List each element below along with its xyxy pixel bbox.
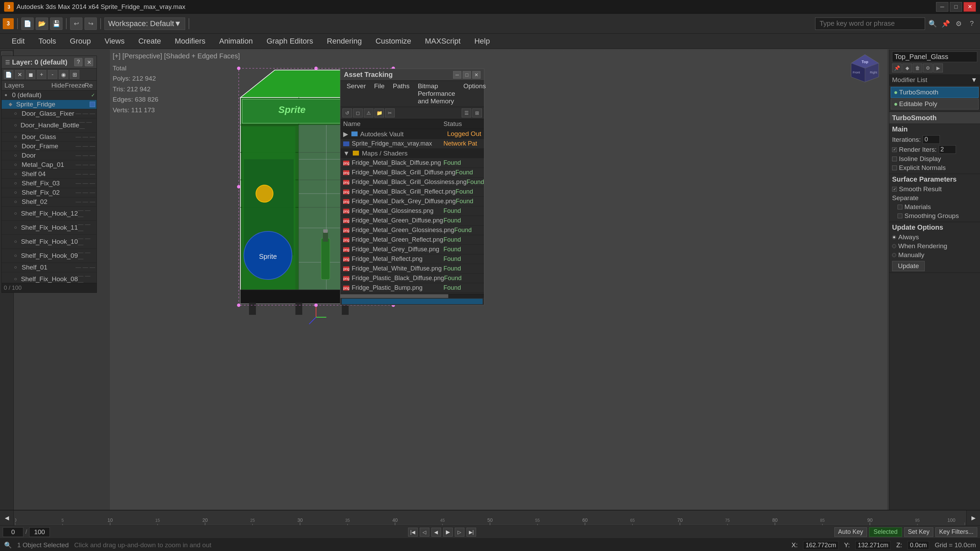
at-row-7[interactable]: pngFridge_Metal_Green_Glossiness.png Fou… bbox=[340, 225, 484, 235]
render-iters-input[interactable] bbox=[939, 145, 956, 154]
key-filters-btn[interactable]: Key Filters... bbox=[935, 527, 977, 537]
menu-customize[interactable]: Customize bbox=[369, 35, 417, 47]
help-button[interactable]: ? bbox=[966, 18, 977, 29]
at-refresh-btn[interactable]: ↺ bbox=[342, 108, 352, 118]
menu-graph-editors[interactable]: Graph Editors bbox=[260, 35, 320, 47]
play-back-btn[interactable]: ◀ bbox=[431, 528, 441, 537]
layers-highlight-btn[interactable]: ◉ bbox=[59, 70, 68, 79]
next-frame-btn[interactable]: ▶ bbox=[966, 510, 980, 525]
prev-frame-btn[interactable]: ◀ bbox=[0, 510, 14, 525]
search-input[interactable] bbox=[815, 17, 925, 30]
at-menu-bitmap[interactable]: Bitmap Performance and Memory bbox=[414, 81, 459, 106]
layer-item-shelf-hook-11[interactable]: ○ Shelf_Fix_Hook_11 — — — bbox=[2, 221, 97, 235]
update-button[interactable]: Update bbox=[892, 261, 925, 271]
materials-checkbox[interactable] bbox=[897, 205, 902, 210]
layer-item-shelf-hook-10[interactable]: ○ Shelf_Fix_Hook_10 — — — bbox=[2, 235, 97, 249]
viewport-3d[interactable]: [+] [Perspective] [Shaded + Edged Faces]… bbox=[110, 49, 887, 510]
remove-modifier-btn[interactable]: 🗑 bbox=[913, 64, 922, 72]
layer-item-door[interactable]: ○ Door — — — bbox=[2, 151, 97, 160]
at-view-list-btn[interactable]: ☰ bbox=[462, 108, 471, 118]
iterations-input[interactable] bbox=[923, 135, 940, 144]
layer-item-shelf-01[interactable]: ○ Shelf_01 — — — bbox=[2, 263, 97, 272]
at-maximize-btn[interactable]: □ bbox=[463, 71, 471, 79]
at-row-13[interactable]: pngFridge_Plastic_Bump.png Found bbox=[340, 283, 484, 293]
layer-item-default[interactable]: ● 0 (default) ✓ bbox=[2, 91, 97, 100]
layers-add-obj-btn[interactable]: + bbox=[37, 70, 46, 79]
config-sets-btn[interactable]: ⚙ bbox=[923, 64, 932, 72]
layers-new-btn[interactable]: 📄 bbox=[4, 70, 13, 79]
update-always-radio[interactable] bbox=[892, 235, 896, 239]
layer-item-shelf-hook-09[interactable]: ○ Shelf_Fix_Hook_09 — — — bbox=[2, 249, 97, 263]
at-menu-server[interactable]: Server bbox=[342, 81, 370, 106]
layer-item-shelf-fix-04[interactable]: ○ Shelf 04 — — — bbox=[2, 170, 97, 179]
asset-tracking-titlebar[interactable]: Asset Tracking ─ □ ✕ bbox=[340, 69, 484, 81]
at-row-2[interactable]: pngFridge_Metal_Black_Grill_Glossiness.p… bbox=[340, 178, 484, 187]
modifier-list-dropdown-arrow[interactable]: ▼ bbox=[971, 76, 977, 84]
at-view-icons-btn[interactable]: ⊞ bbox=[473, 108, 482, 118]
menu-help[interactable]: Help bbox=[468, 35, 496, 47]
at-row-1[interactable]: pngFridge_Metal_Black_Grill_Diffuse.png … bbox=[340, 168, 484, 178]
at-group-maps[interactable]: ▼ Maps / Shaders bbox=[340, 149, 484, 158]
at-menu-paths[interactable]: Paths bbox=[389, 81, 414, 106]
total-frames-display[interactable]: 100 bbox=[29, 527, 50, 537]
search-button[interactable]: 🔍 bbox=[927, 18, 938, 29]
layer-item-shelf-02[interactable]: ○ Shelf_02 — — — bbox=[2, 197, 97, 206]
layer-item-sprite-fridge[interactable]: ◆ Sprite_Fridge bbox=[2, 100, 97, 109]
layers-panel-help[interactable]: ? bbox=[74, 58, 83, 66]
layer-item-shelf-fix-03[interactable]: ○ Shelf_Fix_03 — — — bbox=[2, 179, 97, 188]
prev-key-btn[interactable]: ◁ bbox=[420, 528, 430, 537]
smooth-result-checkbox[interactable]: ✓ bbox=[892, 187, 897, 192]
modifier-turbosmooth[interactable]: ● TurboSmooth bbox=[891, 87, 978, 98]
at-row-12[interactable]: pngFridge_Plastic_Black_Diffuse.png Foun… bbox=[340, 274, 484, 283]
menu-rendering[interactable]: Rendering bbox=[321, 35, 368, 47]
at-row-8[interactable]: pngFridge_Metal_Green_Reflect.png Found bbox=[340, 235, 484, 245]
layers-collapse-btn[interactable]: ⊞ bbox=[70, 70, 80, 79]
at-row-9[interactable]: pngFridge_Metal_Grey_Diffuse.png Found bbox=[340, 245, 484, 254]
new-file-button[interactable]: 📄 bbox=[21, 17, 33, 30]
minimize-button[interactable]: ─ bbox=[936, 2, 948, 12]
timeline-ticks-container[interactable]: 0 5 10 15 20 25 30 35 40 bbox=[14, 510, 966, 525]
layers-panel-titlebar[interactable]: ☰ Layer: 0 (default) ? ✕ bbox=[2, 56, 97, 69]
workspace-dropdown[interactable]: Workspace: Default ▼ bbox=[104, 17, 185, 30]
menu-views[interactable]: Views bbox=[98, 35, 130, 47]
menu-group[interactable]: Group bbox=[64, 35, 97, 47]
layer-item-door-handle[interactable]: ○ Door_Handle_Bottle — — — bbox=[2, 118, 97, 132]
menu-maxscript[interactable]: MAXScript bbox=[419, 35, 467, 47]
open-file-button[interactable]: 📂 bbox=[36, 17, 48, 30]
render-iters-checkbox[interactable]: ✓ bbox=[892, 147, 897, 152]
save-file-button[interactable]: 💾 bbox=[50, 17, 62, 30]
layers-delete-btn[interactable]: ✕ bbox=[15, 70, 24, 79]
layers-remove-obj-btn[interactable]: - bbox=[48, 70, 57, 79]
at-set-path-btn[interactable]: 📁 bbox=[374, 108, 384, 118]
menu-edit[interactable]: Edit bbox=[5, 35, 31, 47]
at-row-3[interactable]: pngFridge_Metal_Black_Grill_Reflect.png … bbox=[340, 187, 484, 197]
maximize-button[interactable]: □ bbox=[950, 2, 962, 12]
at-select-all-btn[interactable]: ◻ bbox=[353, 108, 363, 118]
at-row-10[interactable]: pngFridge_Metal_Reflect.png Found bbox=[340, 254, 484, 264]
update-when-rendering-radio[interactable] bbox=[892, 244, 896, 248]
at-row-0[interactable]: pngFridge_Metal_Black_Diffuse.png Found bbox=[340, 158, 484, 168]
object-name-input[interactable] bbox=[892, 51, 977, 62]
at-row-6[interactable]: pngFridge_Metal_Green_Diffuse.png Found bbox=[340, 216, 484, 225]
pin-modifier-btn[interactable]: 📌 bbox=[892, 64, 902, 72]
redo-button[interactable]: ↪ bbox=[84, 17, 97, 30]
at-strip-path-btn[interactable]: ✂ bbox=[385, 108, 395, 118]
at-minimize-btn[interactable]: ─ bbox=[453, 71, 461, 79]
viewport-cube-widget[interactable]: Top Right Front bbox=[850, 53, 880, 84]
at-horizontal-scrollbar[interactable] bbox=[340, 294, 484, 298]
layer-item-door-glass[interactable]: ○ Door_Glass — — — bbox=[2, 132, 97, 142]
layer-item-shelf-fix-02[interactable]: ○ Shelf_Fix_02 — — — bbox=[2, 188, 97, 197]
smoothing-groups-checkbox[interactable] bbox=[897, 214, 902, 218]
current-frame-display[interactable]: 0 bbox=[3, 527, 23, 537]
at-row-max-file[interactable]: Sprite_Fridge_max_vray.max Network Pat bbox=[340, 139, 484, 149]
layer-item-metal-cap[interactable]: ○ Metal_Cap_01 — — — bbox=[2, 160, 97, 170]
at-row-11[interactable]: pngFridge_Metal_White_Diffuse.png Found bbox=[340, 264, 484, 274]
at-row-5[interactable]: pngFridge_Metal_Glossiness.png Found bbox=[340, 206, 484, 216]
settings-button[interactable]: ⚙ bbox=[953, 18, 964, 29]
modifier-editable-poly[interactable]: ● Editable Poly bbox=[891, 98, 978, 110]
make-unique-btn[interactable]: ◆ bbox=[902, 64, 912, 72]
layer-item-door-glass-fixer[interactable]: ○ Door_Glass_Fixer — — — bbox=[2, 109, 97, 118]
at-close-btn[interactable]: ✕ bbox=[473, 71, 480, 79]
close-button[interactable]: ✕ bbox=[964, 2, 976, 12]
auto-key-btn[interactable]: Auto Key bbox=[834, 527, 867, 537]
